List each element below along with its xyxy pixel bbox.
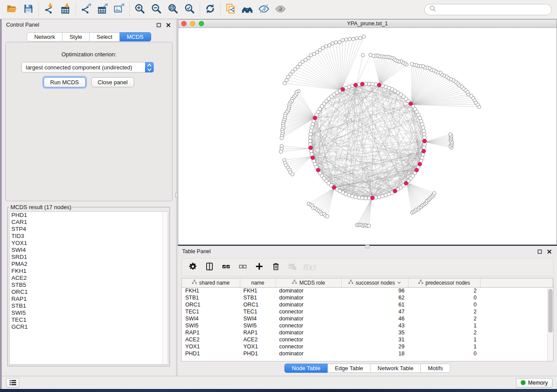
tab-select[interactable]: Select [90, 32, 120, 41]
tab-motifs[interactable]: Motifs [421, 364, 450, 373]
show-columns-button[interactable] [202, 260, 217, 274]
mcds-result-item[interactable]: YOX1 [10, 240, 168, 247]
zoom-out-button[interactable] [148, 2, 165, 17]
select-all-button[interactable] [218, 260, 233, 274]
import-table-button[interactable] [57, 2, 74, 17]
network-canvas[interactable] [178, 28, 557, 244]
cell-mcds_role: connector [276, 343, 341, 350]
binoculars-icon [242, 3, 253, 16]
table-scrollbar-thumb[interactable] [548, 289, 553, 333]
mcds-result-item[interactable]: PHD1 [10, 212, 168, 219]
search-input[interactable] [437, 5, 551, 14]
table-scrollbar[interactable] [547, 288, 553, 361]
zoom-in-button[interactable] [131, 2, 148, 17]
import-network-button[interactable] [41, 2, 57, 17]
table-row[interactable]: ORC1ORC1dominator610 [182, 301, 553, 308]
mcds-result-list[interactable]: PHD1CAR1STP4TID3YOX1SWI4SRD1PMA2FKH1ACE2… [9, 211, 168, 364]
table-row[interactable]: ACE2ACE2connector311 [182, 336, 553, 343]
mcds-result-item[interactable]: STB1 [10, 303, 168, 309]
create-column-icon [255, 262, 264, 273]
float-table-panel-button[interactable] [536, 248, 543, 255]
task-history-button[interactable] [6, 378, 19, 388]
tab-network[interactable]: Network [27, 32, 62, 41]
tab-style[interactable]: Style [62, 32, 90, 41]
mcds-result-item[interactable]: TEC1 [10, 316, 168, 323]
cell-successor_nodes: 62 [341, 294, 408, 301]
mcds-result-item[interactable]: SRD1 [10, 254, 168, 261]
table-row[interactable]: SWI4SWI4dominator462 [182, 315, 553, 322]
column-header-shared_name[interactable]: shared name [182, 279, 240, 287]
search-box[interactable] [424, 4, 552, 15]
export-table-icon [97, 3, 108, 16]
table-row[interactable]: RAP1RAP1dominator352 [182, 329, 553, 336]
tab-network-table[interactable]: Network Table [370, 364, 421, 373]
mcds-list-scrollbar[interactable] [163, 212, 168, 364]
zoom-selected-region-button[interactable] [181, 2, 198, 17]
create-column-button[interactable] [252, 260, 266, 274]
toolbar-buttons [3, 2, 289, 17]
tab-edge-table[interactable]: Edge Table [328, 364, 370, 373]
cell-mcds_role: dominator [276, 287, 341, 294]
show-graphics-details-button[interactable] [272, 2, 289, 17]
memory-button[interactable]: Memory [516, 378, 553, 388]
mcds-result-item[interactable]: GCR1 [10, 323, 168, 330]
binoculars-button[interactable] [239, 2, 256, 17]
mcds-result-item[interactable]: RAP1 [10, 296, 168, 303]
close-panel-button[interactable]: Close panel [91, 77, 135, 87]
mcds-result-item[interactable]: PMA2 [10, 261, 168, 268]
cell-successor_nodes: 29 [341, 343, 408, 350]
mcds-result-item[interactable]: ORC1 [10, 289, 168, 296]
mcds-result-item[interactable]: SWI4 [10, 247, 168, 254]
table-row[interactable]: YOX1YOX1connector291 [182, 343, 553, 350]
mcds-result-item[interactable]: FKH1 [10, 268, 168, 275]
column-header-mcds_role[interactable]: MCDS role [276, 279, 341, 287]
open-file-button[interactable] [3, 2, 20, 17]
delete-columns-button[interactable] [268, 260, 283, 274]
control-panel-tabs: NetworkStyleSelectMCDS [27, 32, 151, 41]
mcds-result-item[interactable]: STP4 [10, 226, 168, 233]
column-header-predecessor_nodes[interactable]: predecessor nodes [408, 279, 480, 287]
toolbar-separator [76, 2, 76, 17]
cell-mcds_role: dominator [276, 350, 341, 357]
mcds-result-item[interactable]: SWI5 [10, 309, 168, 316]
search-icon [429, 4, 437, 15]
mcds-result-item[interactable]: ACE2 [10, 275, 168, 282]
float-panel-button[interactable] [155, 21, 162, 28]
table-row[interactable]: STB1STB1dominator620 [182, 294, 553, 301]
table-row[interactable]: PHD1PHD1dominator180 [182, 350, 553, 357]
table-row[interactable]: TEC1TEC1connector472 [182, 308, 553, 315]
mcds-result-item[interactable]: TID3 [10, 233, 168, 240]
cell-name: STB1 [240, 294, 276, 301]
delete-table-button [285, 260, 300, 274]
tab-mcds[interactable]: MCDS [120, 32, 151, 41]
column-header-name[interactable]: name [240, 279, 276, 287]
table-row[interactable]: FKH1FKH1dominator962 [182, 287, 553, 294]
save-session-button[interactable] [20, 2, 37, 17]
desktop-wallpaper [0, 389, 557, 392]
export-table-button[interactable] [94, 2, 111, 17]
table-options-gear-button[interactable] [185, 260, 200, 274]
mcds-result-item[interactable]: CAR1 [10, 219, 168, 226]
cell-shared_name: SWI4 [182, 315, 240, 322]
tab-node-table[interactable]: Node Table [284, 364, 328, 373]
export-image-button[interactable] [111, 2, 128, 17]
node-table[interactable]: shared namenameMCDS rolesuccessor nodesp… [181, 278, 554, 361]
export-network-button[interactable] [78, 2, 94, 17]
mcds-result-item[interactable]: STB5 [10, 282, 168, 289]
clone-network-button[interactable] [222, 2, 239, 17]
close-panel-icon[interactable] [165, 21, 172, 28]
run-mcds-button[interactable]: Run MCDS [44, 77, 86, 87]
close-table-panel-icon[interactable] [546, 248, 553, 255]
network-window-titlebar[interactable]: YPA_prune.txt_1 [178, 20, 557, 28]
hide-graphics-details-button[interactable] [256, 2, 272, 17]
horizontal-splitter-grip[interactable] [365, 245, 370, 248]
criterion-dropdown[interactable]: largest connected component (undirected) [21, 62, 154, 72]
cell-successor_nodes: 61 [341, 301, 408, 308]
table-row[interactable]: SWI5SWI5connector431 [182, 322, 553, 329]
refresh-view-button[interactable] [202, 2, 218, 17]
show-graphics-details-icon [275, 3, 286, 16]
deselect-all-button[interactable] [235, 260, 250, 274]
cell-shared_name: SWI5 [182, 322, 240, 329]
zoom-fit-content-button[interactable] [165, 2, 181, 17]
column-header-successor_nodes[interactable]: successor nodes [341, 279, 408, 287]
